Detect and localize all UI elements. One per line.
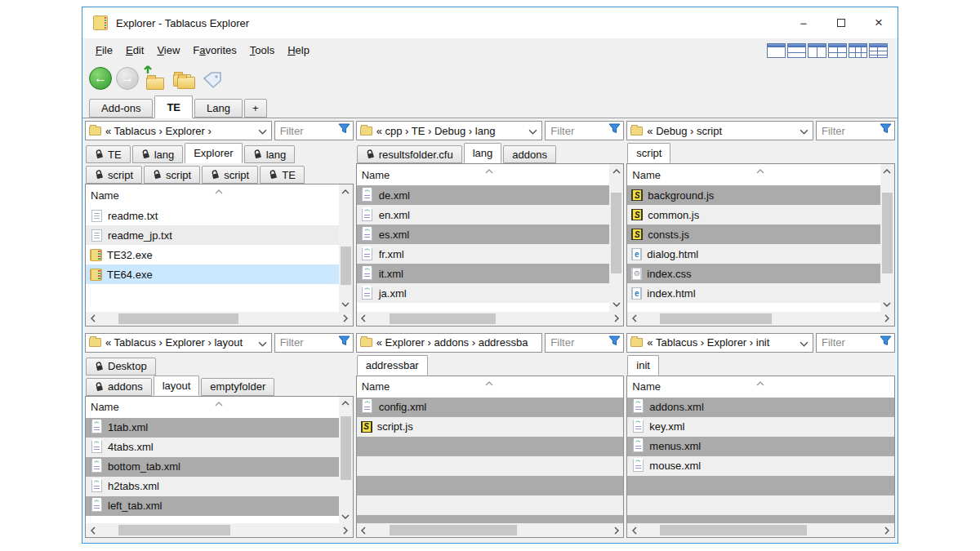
file-row[interactable]: mouse.xml (627, 456, 894, 476)
tab-addons[interactable]: addons (86, 378, 152, 396)
layout-single-button[interactable] (767, 43, 786, 58)
scrollbar-thumb[interactable] (390, 525, 518, 535)
dropdown-chevron-icon[interactable] (258, 335, 268, 350)
address-bar[interactable]: « Tablacus › Explorer › layout (85, 333, 272, 353)
file-row[interactable]: es.xml (357, 224, 610, 244)
scrollbar-thumb[interactable] (118, 525, 230, 535)
address-bar[interactable]: « Tablacus › Explorer › init (626, 333, 813, 353)
file-row[interactable]: de.xml (357, 185, 610, 205)
horizontal-scrollbar[interactable] (627, 312, 894, 326)
filter-input[interactable]: Filter (274, 333, 354, 353)
vertical-scrollbar[interactable] (880, 164, 894, 312)
dropdown-chevron-icon[interactable] (800, 123, 809, 138)
dropdown-chevron-icon[interactable] (800, 335, 809, 350)
tag-button[interactable] (200, 67, 225, 90)
horizontal-scrollbar[interactable] (627, 523, 894, 537)
file-row[interactable]: menus.xml (627, 437, 894, 456)
layout-grid-2x2-button[interactable] (828, 43, 847, 58)
scroll-up-icon[interactable] (880, 164, 894, 178)
scroll-left-icon[interactable] (86, 523, 100, 537)
scrollbar-thumb[interactable] (882, 193, 893, 273)
scroll-up-icon[interactable] (339, 397, 353, 411)
file-row[interactable]: config.xml (357, 398, 624, 417)
tab-layout[interactable]: layout (154, 375, 200, 396)
file-row[interactable]: readme_jp.txt (86, 225, 339, 245)
file-row[interactable]: left_tab.xml (86, 496, 339, 516)
tab-init[interactable]: init (627, 355, 659, 375)
menu-item-tools[interactable]: Tools (243, 44, 281, 56)
tab-lang[interactable]: lang (132, 145, 184, 163)
file-row[interactable]: ⚙index.css (627, 264, 880, 283)
file-row[interactable]: TE64.exe (86, 264, 339, 284)
name-column-header[interactable]: Name (627, 376, 894, 398)
scroll-right-icon[interactable] (339, 312, 353, 326)
title-bar[interactable]: Explorer - Tablacus Explorer −× (82, 7, 898, 38)
horizontal-scrollbar[interactable] (86, 523, 353, 537)
file-row[interactable]: Sconsts.js (627, 224, 880, 244)
filter-input[interactable]: Filter (816, 333, 895, 353)
address-bar[interactable]: « cpp › TE › Debug › lang (356, 121, 543, 140)
main-tab-add-ons[interactable]: Add-ons (89, 99, 153, 118)
scroll-right-icon[interactable] (880, 523, 894, 537)
menu-item-edit[interactable]: Edit (119, 44, 150, 56)
filter-input[interactable]: Filter (545, 333, 624, 353)
file-row[interactable]: fr.xml (357, 244, 610, 264)
file-row[interactable]: h2tabs.xml (86, 477, 339, 496)
scroll-right-icon[interactable] (880, 312, 894, 326)
up-folder-button[interactable] (143, 67, 167, 90)
menu-item-file[interactable]: File (89, 44, 119, 56)
menu-item-view[interactable]: View (150, 44, 186, 56)
file-row[interactable]: key.xml (627, 417, 894, 437)
tab-addressbar[interactable]: addressbar (357, 355, 428, 375)
main-tab-te[interactable]: TE (154, 96, 193, 118)
layout-grid-3x2-button[interactable] (869, 43, 888, 58)
main-tab-lang[interactable]: Lang (194, 99, 243, 118)
file-row[interactable]: 1tab.xml (86, 418, 339, 438)
close-button[interactable]: × (860, 7, 898, 38)
name-column-header[interactable]: Name (357, 376, 624, 398)
tab-desktop[interactable]: Desktop (86, 358, 156, 375)
scroll-left-icon[interactable] (357, 312, 371, 326)
folders-button[interactable] (172, 67, 196, 90)
file-row[interactable]: addons.xml (627, 398, 894, 417)
scroll-left-icon[interactable] (627, 312, 641, 326)
file-row[interactable]: Sbackground.js (627, 185, 880, 205)
minimize-button[interactable]: − (785, 7, 822, 38)
horizontal-scrollbar[interactable] (357, 312, 624, 326)
tab-explorer[interactable]: Explorer (185, 143, 242, 163)
layout-grid-3-columns-button[interactable] (849, 43, 867, 58)
tab-script[interactable]: script (202, 166, 258, 184)
file-row[interactable]: bottom_tab.xml (86, 457, 339, 477)
scroll-down-icon[interactable] (339, 509, 353, 523)
filter-input[interactable]: Filter (816, 121, 895, 140)
tab-script[interactable]: script (86, 166, 142, 184)
menu-item-favorites[interactable]: Favorites (186, 44, 243, 56)
scroll-right-icon[interactable] (609, 523, 623, 537)
file-row[interactable]: it.xml (357, 264, 610, 283)
name-column-header[interactable]: Name (357, 164, 624, 185)
vertical-scrollbar[interactable] (609, 164, 623, 312)
scroll-down-icon[interactable] (609, 298, 623, 312)
back-button[interactable]: ← (89, 67, 112, 90)
dropdown-chevron-icon[interactable] (258, 123, 268, 138)
scroll-right-icon[interactable] (339, 523, 353, 537)
name-column-header[interactable]: Name (86, 184, 353, 206)
file-row[interactable]: TE32.exe (86, 245, 339, 264)
maximize-button[interactable] (822, 7, 860, 38)
scroll-right-icon[interactable] (609, 312, 623, 326)
scroll-down-icon[interactable] (880, 298, 894, 312)
scrollbar-thumb[interactable] (341, 247, 351, 285)
tab-lang[interactable]: lang (464, 143, 502, 163)
horizontal-scrollbar[interactable] (357, 523, 624, 537)
scroll-up-icon[interactable] (609, 164, 623, 178)
scrollbar-thumb[interactable] (390, 313, 497, 324)
layout-split-horizontal-button[interactable] (787, 43, 806, 58)
tab-emptyfolder[interactable]: emptyfolder (201, 378, 274, 396)
scrollbar-thumb[interactable] (660, 313, 772, 324)
file-row[interactable]: readme.txt (86, 206, 339, 225)
scroll-left-icon[interactable] (86, 312, 100, 326)
name-column-header[interactable]: Name (627, 164, 894, 185)
scrollbar-thumb[interactable] (611, 193, 621, 273)
tab-resultsfolder-cfu[interactable]: resultsfolder.cfu (357, 145, 462, 163)
tab-addons[interactable]: addons (503, 145, 556, 163)
